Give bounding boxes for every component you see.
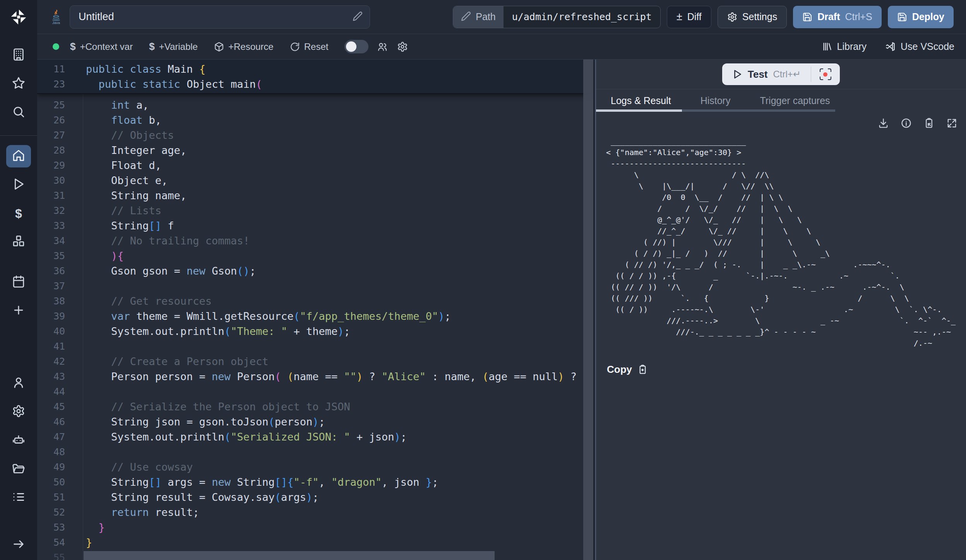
script-name-input[interactable]: Untitled — [70, 5, 370, 29]
code-line: 31 String name, — [37, 188, 593, 203]
toggle-knob — [346, 41, 356, 52]
sidebar-item-home[interactable] — [6, 145, 31, 167]
sidebar-item-runs[interactable] — [6, 174, 31, 196]
people-icon — [377, 41, 388, 52]
code-line: 45 // Serialize the Person object to JSO… — [37, 399, 593, 414]
expand-icon[interactable] — [946, 118, 957, 129]
line-number: 51 — [37, 490, 65, 505]
result-actions — [596, 112, 966, 130]
add-resource-button[interactable]: +Resource — [214, 41, 274, 52]
reset-button[interactable]: Reset — [290, 41, 329, 52]
line-number: 52 — [37, 505, 65, 520]
diff-button[interactable]: ± Diff — [667, 6, 711, 28]
tab-trigger-captures[interactable]: Trigger captures — [760, 95, 830, 106]
sidebar-divider — [0, 135, 37, 136]
code-line: 43 Person person = new Person( (name == … — [37, 369, 593, 384]
line-number: 40 — [37, 324, 65, 339]
panel-divider[interactable] — [593, 60, 596, 560]
code-line: 23 public static Object main( — [37, 77, 593, 92]
sidebar-item-folders[interactable] — [6, 458, 31, 480]
draft-button[interactable]: Draft Ctrl+S — [793, 6, 882, 28]
deploy-button[interactable]: Deploy — [888, 6, 954, 28]
cubes-icon — [12, 235, 25, 249]
test-label: Test — [748, 68, 768, 80]
add-variable-button[interactable]: $ +Variable — [149, 41, 198, 53]
download-icon[interactable] — [878, 118, 889, 129]
code-line: 38 // Get resources — [37, 294, 593, 309]
sidebar-item-favorites[interactable] — [6, 73, 31, 95]
dollar-icon: $ — [70, 41, 75, 53]
path-label-segment: Path — [453, 6, 503, 28]
code-line: 26 float b, — [37, 113, 593, 128]
line-number: 45 — [37, 399, 65, 414]
line-number: 37 — [37, 278, 65, 294]
play-icon — [12, 178, 25, 192]
sidebar-item-schedules[interactable] — [6, 271, 31, 294]
sidebar-item-settings[interactable] — [6, 401, 31, 423]
library-button[interactable]: Library — [822, 41, 867, 52]
multiplayer-button[interactable] — [377, 41, 388, 52]
code-editor[interactable]: 11public class Main {23 public static Ob… — [37, 60, 593, 560]
robot-icon — [12, 433, 25, 448]
sidebar-item-variables[interactable]: $ — [6, 202, 31, 225]
capture-test-button[interactable] — [811, 63, 840, 85]
sidebar-item-workers[interactable] — [6, 429, 31, 452]
library-icon — [822, 41, 832, 52]
code-line: 36 Gson gson = new Gson(); — [37, 263, 593, 278]
list-icon — [12, 490, 25, 505]
line-number: 46 — [37, 414, 65, 429]
sidebar-item-workspace[interactable] — [6, 44, 31, 67]
sidebar-item-resources[interactable] — [6, 231, 31, 253]
sidebar-collapse-toggle[interactable] — [6, 534, 31, 556]
info-icon[interactable] — [901, 118, 912, 129]
assistant-toggle[interactable] — [344, 40, 368, 53]
copy-result-button[interactable]: Copy — [606, 349, 966, 376]
test-row: Test Ctrl+↵ — [596, 60, 966, 89]
line-number: 38 — [37, 294, 65, 309]
code-line: 29 Float d, — [37, 158, 593, 173]
line-number: 54 — [37, 535, 65, 550]
line-number: 23 — [37, 77, 65, 92]
line-number: 33 — [37, 218, 65, 233]
code-line: 27 // Objects — [37, 128, 593, 143]
package-icon — [214, 42, 224, 52]
result-tabs: Logs & Result History Trigger captures — [596, 89, 966, 112]
line-number: 49 — [37, 459, 65, 475]
main-area: Java Untitled Path u/admin/refreshed_scr… — [37, 0, 966, 560]
sidebar-nav: $ — [0, 34, 37, 560]
editor-vertical-scrollbar[interactable] — [583, 60, 593, 560]
edit-pencil-icon[interactable] — [353, 11, 363, 23]
sidebar-item-account[interactable] — [6, 372, 31, 394]
topbar: Java Untitled Path u/admin/refreshed_scr… — [37, 0, 966, 34]
code-line: 48 — [37, 444, 593, 459]
library-label: Library — [837, 41, 867, 52]
editor-settings-button[interactable] — [397, 41, 408, 52]
code-line: 39 var theme = Wmill.getResource("f/app_… — [37, 309, 593, 324]
code-lines: 25 int a,26 float b,27 // Objects28 Inte… — [37, 94, 593, 560]
line-number: 53 — [37, 520, 65, 535]
path-editor[interactable]: Path u/admin/refreshed_script — [453, 6, 661, 28]
indent-guide — [83, 94, 83, 560]
sidebar-item-audit-logs[interactable] — [6, 487, 31, 509]
editor-horizontal-scrollbar[interactable] — [84, 551, 495, 560]
windmill-app: $ Java — [0, 0, 966, 560]
test-button[interactable]: Test Ctrl+↵ — [722, 63, 811, 85]
folder-icon — [12, 462, 25, 476]
tab-logs-result[interactable]: Logs & Result — [611, 95, 671, 106]
sidebar-item-search[interactable] — [6, 101, 31, 124]
editor-toolbar: $ +Context var $ +Variable +Resource Res… — [37, 34, 966, 60]
sidebar: $ — [0, 0, 37, 560]
line-number: 39 — [37, 309, 65, 324]
sidebar-item-add[interactable] — [6, 300, 31, 322]
clipboard-icon[interactable] — [923, 118, 935, 129]
home-icon — [12, 149, 25, 164]
add-context-var-button[interactable]: $ +Context var — [70, 41, 133, 53]
tab-history[interactable]: History — [701, 95, 731, 106]
settings-button[interactable]: Settings — [718, 6, 787, 28]
windmill-logo[interactable] — [0, 0, 37, 34]
test-button-group: Test Ctrl+↵ — [722, 63, 840, 85]
line-number: 50 — [37, 475, 65, 490]
path-label: Path — [476, 11, 495, 22]
script-title: Untitled — [79, 11, 353, 23]
use-vscode-button[interactable]: Use VScode — [885, 41, 954, 52]
